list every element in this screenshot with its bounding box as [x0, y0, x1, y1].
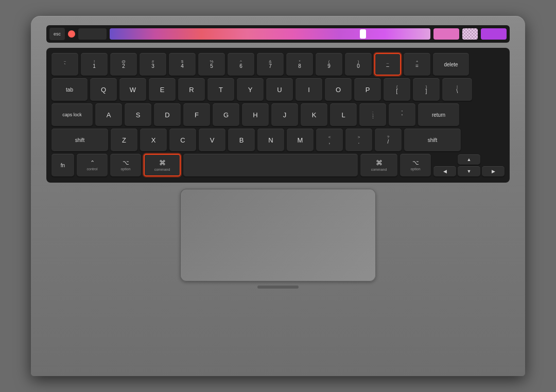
key-arrow-right[interactable]: ▶	[482, 166, 505, 176]
arrow-row-top: ▲	[433, 154, 505, 165]
key-9[interactable]: ( 9	[316, 53, 342, 76]
bottom-bar	[46, 286, 510, 289]
key-tab[interactable]: tab	[51, 78, 88, 101]
key-arrow-down[interactable]: ▼	[458, 166, 480, 176]
key-q[interactable]: Q	[90, 78, 117, 101]
key-j[interactable]: J	[271, 103, 298, 126]
key-r[interactable]: R	[178, 78, 205, 101]
key-f[interactable]: F	[183, 103, 210, 126]
bottom-notch	[257, 286, 299, 289]
qwerty-row: tab Q W E R T Y U I O P { [ } ] | \	[51, 78, 505, 101]
key-d[interactable]: D	[154, 103, 181, 126]
tb-pill-1[interactable]	[433, 28, 459, 40]
key-o[interactable]: O	[325, 78, 352, 101]
key-0[interactable]: ) 0	[345, 53, 372, 76]
key-option-left[interactable]: ⌥ option	[110, 154, 141, 176]
key-s[interactable]: S	[125, 103, 151, 126]
key-return[interactable]: return	[418, 103, 459, 126]
key-v[interactable]: V	[199, 129, 225, 151]
key-w[interactable]: W	[119, 78, 146, 101]
trackpad-area	[46, 189, 510, 281]
key-backslash[interactable]: | \	[442, 78, 472, 101]
key-t[interactable]: T	[207, 78, 234, 101]
esc-key[interactable]: esc	[49, 28, 65, 40]
key-control[interactable]: ⌃ control	[77, 154, 108, 176]
key-p[interactable]: P	[354, 78, 381, 101]
key-tilde[interactable]: ~ `	[51, 53, 78, 76]
keyboard: ~ ` ! 1 @ 2 # 3 $ 4 % 5	[46, 48, 510, 183]
key-2[interactable]: @ 2	[110, 53, 137, 76]
key-i[interactable]: I	[296, 78, 322, 101]
key-bracket-close[interactable]: } ]	[413, 78, 440, 101]
key-arrow-left[interactable]: ◀	[433, 166, 456, 176]
asdf-row: caps lock A S D F G H J K L : ⋮ " ' retu…	[51, 103, 505, 126]
key-a[interactable]: A	[95, 103, 122, 126]
touchbar-gradient[interactable]	[110, 28, 430, 40]
trackpad[interactable]	[180, 189, 376, 281]
key-l[interactable]: L	[330, 103, 357, 126]
key-shift-left[interactable]: shift	[51, 129, 108, 151]
modifier-row: fn ⌃ control ⌥ option ⌘ command ⌘ comman…	[51, 154, 505, 176]
key-4[interactable]: $ 4	[169, 53, 196, 76]
key-3[interactable]: # 3	[140, 53, 166, 76]
key-comma[interactable]: < ,	[316, 129, 343, 151]
key-n[interactable]: N	[257, 129, 284, 151]
key-bracket-open[interactable]: { [	[384, 78, 410, 101]
key-option-right[interactable]: ⌥ option	[400, 154, 431, 176]
key-quote[interactable]: " '	[389, 103, 415, 126]
key-fn[interactable]: fn	[51, 154, 74, 176]
key-equals[interactable]: + =	[404, 53, 430, 76]
number-row: ~ ` ! 1 @ 2 # 3 $ 4 % 5	[51, 53, 505, 76]
zxcv-row: shift Z X C V B N M < , > . ? / shift	[51, 129, 505, 151]
sound-control[interactable]	[78, 28, 107, 40]
tb-purple[interactable]	[481, 28, 507, 40]
key-command-left[interactable]: ⌘ command	[144, 154, 181, 176]
key-6[interactable]: ^ 6	[228, 53, 254, 76]
key-1[interactable]: ! 1	[81, 53, 108, 76]
key-5[interactable]: % 5	[198, 53, 225, 76]
arrow-key-group: ▲ ◀ ▼ ▶	[433, 154, 505, 176]
key-m[interactable]: M	[287, 129, 314, 151]
key-c[interactable]: C	[169, 129, 196, 151]
key-u[interactable]: U	[266, 78, 293, 101]
tb-checkered[interactable]	[462, 28, 478, 40]
key-space[interactable]	[183, 154, 358, 176]
key-k[interactable]: K	[301, 103, 327, 126]
arrow-row-bottom: ◀ ▼ ▶	[433, 166, 505, 176]
key-command-right[interactable]: ⌘ command	[360, 154, 397, 176]
key-period[interactable]: > .	[345, 129, 372, 151]
key-g[interactable]: G	[213, 103, 239, 126]
key-x[interactable]: X	[140, 129, 167, 151]
key-slash[interactable]: ? /	[375, 129, 402, 151]
laptop-body: esc ~ ` ! 1 @ 2 # 3	[31, 16, 525, 376]
key-h[interactable]: H	[242, 103, 269, 126]
key-z[interactable]: Z	[111, 129, 137, 151]
key-8[interactable]: * 8	[286, 53, 313, 76]
slider-thumb	[360, 29, 366, 39]
touch-bar: esc	[46, 25, 510, 43]
close-button[interactable]	[68, 30, 75, 38]
key-7[interactable]: & 7	[257, 53, 284, 76]
key-e[interactable]: E	[149, 78, 176, 101]
key-y[interactable]: Y	[237, 78, 264, 101]
key-shift-right[interactable]: shift	[404, 129, 461, 151]
key-minus[interactable]: _ –	[374, 53, 401, 76]
key-semicolon[interactable]: : ⋮	[359, 103, 386, 126]
key-delete[interactable]: delete	[433, 53, 469, 76]
key-b[interactable]: B	[228, 129, 255, 151]
key-arrow-up[interactable]: ▲	[458, 154, 480, 165]
key-capslock[interactable]: caps lock	[51, 103, 93, 126]
